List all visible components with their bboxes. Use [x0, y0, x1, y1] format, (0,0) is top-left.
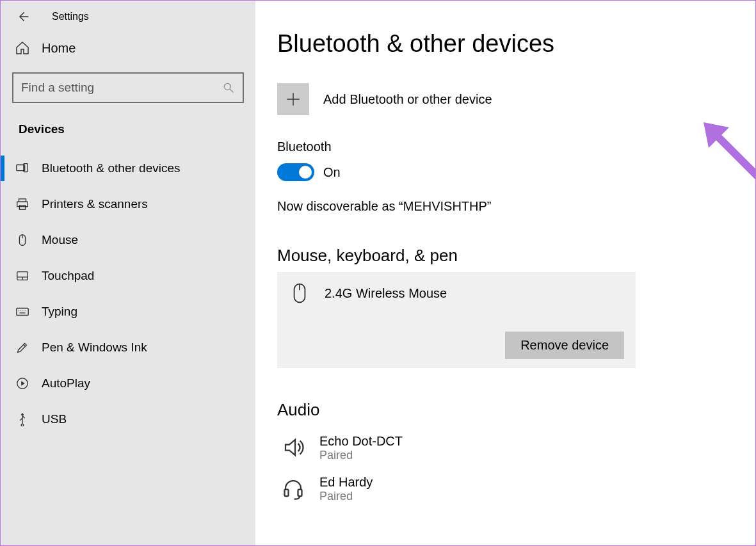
home-label: Home	[42, 41, 76, 56]
settings-sidebar: Settings Home Devices Bluetooth & other …	[1, 1, 255, 545]
mouse-icon	[289, 282, 310, 304]
audio-device-name: Ed Hardy	[319, 475, 373, 490]
sidebar-nav: Bluetooth & other devices Printers & sca…	[1, 150, 255, 437]
sidebar-item-label: USB	[42, 412, 67, 426]
add-device-button[interactable]: Add Bluetooth or other device	[277, 83, 730, 115]
headset-icon	[281, 476, 305, 501]
search-input[interactable]	[21, 81, 222, 95]
bluetooth-state: On	[323, 165, 341, 180]
sidebar-item-autoplay[interactable]: AutoPlay	[1, 365, 255, 401]
svg-rect-8	[17, 309, 28, 316]
audio-texts: Ed Hardy Paired	[319, 475, 373, 503]
device-name: 2.4G Wireless Mouse	[325, 286, 447, 301]
sidebar-item-printers[interactable]: Printers & scanners	[1, 186, 255, 222]
bluetooth-toggle-row: On	[277, 163, 730, 181]
remove-device-button[interactable]: Remove device	[505, 332, 624, 359]
app-title: Settings	[52, 11, 89, 22]
keyboard-icon	[15, 304, 30, 319]
sidebar-item-bluetooth[interactable]: Bluetooth & other devices	[1, 150, 255, 186]
sidebar-home[interactable]: Home	[1, 31, 255, 65]
sidebar-item-label: Touchpad	[42, 269, 94, 283]
bluetooth-heading: Bluetooth	[277, 140, 730, 154]
audio-device-item[interactable]: Ed Hardy Paired	[277, 469, 730, 510]
audio-list: Echo Dot-DCT Paired Ed Hardy Paired	[277, 428, 730, 510]
sidebar-item-usb[interactable]: USB	[1, 401, 255, 437]
sidebar-item-label: Printers & scanners	[42, 197, 148, 211]
device-card[interactable]: 2.4G Wireless Mouse Remove device	[277, 272, 636, 368]
touchpad-icon	[15, 268, 30, 284]
pen-icon	[15, 340, 30, 355]
devices-icon	[15, 161, 30, 176]
sidebar-item-label: Pen & Windows Ink	[42, 341, 147, 355]
sidebar-item-typing[interactable]: Typing	[1, 294, 255, 330]
sidebar-item-label: AutoPlay	[42, 376, 90, 390]
sidebar-item-mouse[interactable]: Mouse	[1, 222, 255, 258]
sidebar-item-pen[interactable]: Pen & Windows Ink	[1, 330, 255, 365]
audio-device-item[interactable]: Echo Dot-DCT Paired	[277, 428, 730, 469]
sidebar-category: Devices	[1, 103, 255, 141]
home-icon	[15, 40, 30, 56]
bluetooth-discoverable: Now discoverable as “MEHVISHTHP”	[277, 199, 730, 214]
mouse-section-title: Mouse, keyboard, & pen	[277, 246, 730, 266]
usb-icon	[15, 412, 30, 427]
sidebar-item-label: Typing	[42, 305, 77, 319]
search-icon	[222, 81, 235, 94]
plus-icon	[277, 83, 309, 115]
device-row: 2.4G Wireless Mouse	[289, 282, 624, 304]
svg-rect-12	[298, 490, 302, 497]
svg-rect-11	[285, 490, 289, 497]
toggle-knob	[299, 166, 312, 179]
back-button[interactable]	[16, 10, 30, 24]
sidebar-item-label: Bluetooth & other devices	[42, 161, 181, 175]
svg-point-0	[224, 83, 230, 90]
sidebar-header: Settings	[1, 1, 255, 31]
settings-search[interactable]	[12, 72, 244, 103]
audio-device-status: Paired	[319, 490, 373, 503]
mouse-icon	[15, 232, 30, 248]
bluetooth-toggle[interactable]	[277, 163, 314, 181]
add-device-label: Add Bluetooth or other device	[323, 92, 492, 107]
page-title: Bluetooth & other devices	[277, 30, 730, 58]
printer-icon	[15, 197, 30, 212]
arrow-left-icon	[17, 10, 29, 23]
sidebar-item-label: Mouse	[42, 233, 78, 247]
autoplay-icon	[15, 376, 30, 391]
audio-device-name: Echo Dot-DCT	[319, 434, 403, 449]
speaker-icon	[281, 435, 305, 460]
audio-device-status: Paired	[319, 449, 403, 462]
audio-texts: Echo Dot-DCT Paired	[319, 434, 403, 462]
audio-section-title: Audio	[277, 400, 730, 420]
svg-rect-4	[17, 202, 28, 206]
main-content: Bluetooth & other devices Add Bluetooth …	[255, 1, 755, 545]
svg-rect-5	[19, 205, 25, 209]
sidebar-item-touchpad[interactable]: Touchpad	[1, 258, 255, 294]
